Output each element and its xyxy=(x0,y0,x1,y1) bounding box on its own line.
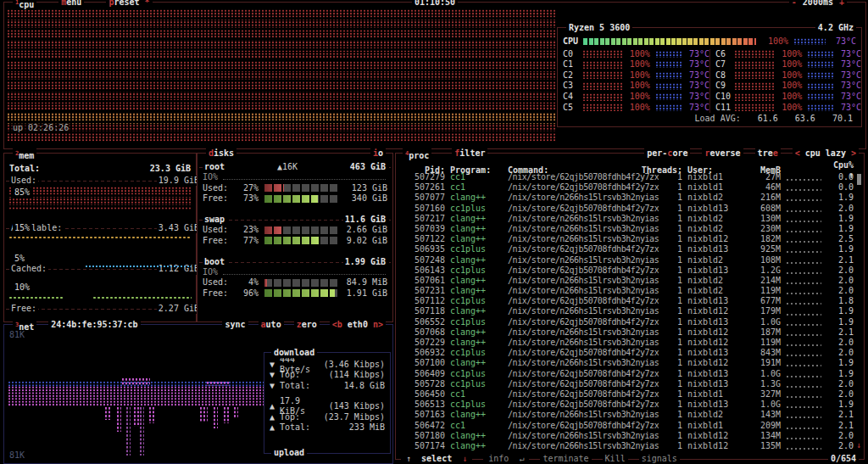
proc-cpu-pct: 2.0 xyxy=(826,338,854,348)
iface-prev-button[interactable]: <b xyxy=(332,320,342,329)
proc-threads: 1 xyxy=(664,317,682,327)
filter-button[interactable]: filter xyxy=(452,148,487,161)
net-graph-spike xyxy=(116,406,121,432)
proc-cpu-graph xyxy=(786,380,821,389)
proc-row[interactable]: 507160cc1plus/nix/store/62qjb50708fdhb4f… xyxy=(401,204,854,214)
proc-program: cc1 xyxy=(450,182,503,193)
mem-free-graph xyxy=(8,295,63,300)
proc-program: clang++ xyxy=(450,410,503,420)
disk-used-row: Used:23%2.66 GiB xyxy=(203,225,387,235)
tab-disks[interactable]: disks xyxy=(206,148,236,159)
interval-increase-button[interactable]: + xyxy=(839,0,844,8)
proc-row[interactable]: 507039clang++/nix/store/n266hs15lrsvb3h2… xyxy=(401,224,854,234)
signals-action[interactable]: signals xyxy=(639,454,680,464)
tree-toggle[interactable]: tree xyxy=(755,148,781,159)
disk-used-value: 2.66 GiB xyxy=(343,225,387,235)
proc-mem: 187M xyxy=(748,327,781,338)
sort-selector[interactable]: < cpu lazy > xyxy=(793,148,859,159)
net-mac-address: 24:4b:fe:95:37:cb xyxy=(48,320,140,333)
core-temp-graph xyxy=(807,61,835,68)
proc-program: cc1 xyxy=(450,172,503,182)
proc-row[interactable]: 506552cc1plus/nix/store/62qjb50708fdhb4f… xyxy=(401,317,854,327)
proc-user: nixbld13 xyxy=(687,296,743,306)
proc-user: nixbld2 xyxy=(687,276,743,286)
tree-hotkey: e xyxy=(773,148,778,158)
proc-row[interactable]: 507077clang++/nix/store/n266hs15lrsvb3h2… xyxy=(401,193,854,203)
proc-cpu-pct: 2.0 xyxy=(826,204,854,214)
proc-threads: 1 xyxy=(664,224,682,234)
terminate-action[interactable]: terminate xyxy=(540,454,591,464)
tab-mem[interactable]: 2mem xyxy=(13,148,36,161)
proc-row[interactable]: 507248clang++/nix/store/n266hs15lrsvb3h2… xyxy=(401,255,854,266)
proc-row[interactable]: 506450cc1/nix/store/62qjb50708fdhb4f2y7z… xyxy=(401,389,854,400)
proc-cpu-pct: 1.9 xyxy=(826,306,854,316)
proc-row[interactable]: 507112cc1plus/nix/store/62qjb50708fdhb4f… xyxy=(401,296,854,306)
proc-row[interactable]: 505728cc1plus/nix/store/62qjb50708fdhb4f… xyxy=(401,379,854,389)
kill-action[interactable]: Kill xyxy=(603,454,628,464)
mem-total-row: Total: 23.3 GiB xyxy=(9,164,191,174)
proc-row[interactable]: 506409cc1plus/nix/store/62qjb50708fdhb4f… xyxy=(401,369,854,379)
menu-button[interactable]: menu xyxy=(58,0,84,10)
net-auto-button[interactable]: auto xyxy=(259,320,284,330)
proc-user: nixbld2 xyxy=(687,286,743,296)
core-usage-graph xyxy=(582,61,624,69)
proc-row[interactable]: 507174clang++/nix/store/n266hs15lrsvb3h2… xyxy=(401,441,854,451)
proc-scrollbar-thumb[interactable] xyxy=(857,174,861,185)
proc-cpu-pct: 1.9 xyxy=(826,224,854,234)
scroll-down-icon[interactable]: ↓ xyxy=(856,440,861,450)
proc-mem: 135M xyxy=(748,441,781,451)
proc-row[interactable]: 506143cc1plus/nix/store/62qjb50708fdhb4f… xyxy=(401,266,854,276)
io-mode-button[interactable]: io xyxy=(370,148,386,159)
proc-row[interactable]: 506472cc1/nix/store/62qjb50708fdhb4f2y7z… xyxy=(401,421,854,431)
select-action[interactable]: ↑ select ↓ xyxy=(401,454,472,464)
proc-command: /nix/store/62qjb50708fdhb4f2y7zxyqr1af xyxy=(508,369,659,379)
proc-cpu-pct: 1.9 xyxy=(826,400,854,410)
proc-command: /nix/store/n266hs15lrsvb3h2nyiasj0gyxz xyxy=(508,410,659,420)
proc-row[interactable]: 506932cc1plus/nix/store/62qjb50708fdhb4f… xyxy=(401,348,854,358)
cpu-core-panel: Ryzen 5 3600 4.2 GHz CPU 100% 73°C C0100… xyxy=(557,27,862,127)
proc-row[interactable]: 507231clang++/nix/store/n266hs15lrsvb3h2… xyxy=(401,286,854,296)
proc-row[interactable]: 507217clang++/nix/store/n266hs15lrsvb3h2… xyxy=(401,214,854,224)
proc-row[interactable]: 507180clang++/nix/store/n266hs15lrsvb3h2… xyxy=(401,431,854,441)
core-usage: 100% xyxy=(779,92,803,102)
proc-row[interactable]: 506935cc1plus/nix/store/62qjb50708fdhb4f… xyxy=(401,244,854,254)
net-zero-button[interactable]: zero xyxy=(294,320,320,330)
proc-row[interactable]: 507068clang++/nix/store/n266hs15lrsvb3h2… xyxy=(401,327,854,338)
proc-command: /nix/store/n266hs15lrsvb3h2nyiasj0gyxz xyxy=(508,193,659,203)
sort-prev-button[interactable]: < xyxy=(795,148,800,158)
core-name: C6 xyxy=(715,49,734,59)
proc-row[interactable]: 507061clang++/nix/store/n266hs15lrsvb3h2… xyxy=(401,276,854,286)
proc-threads: 1 xyxy=(664,306,682,316)
preset-button[interactable]: preset * xyxy=(106,0,152,10)
iface-next-button[interactable]: n> xyxy=(373,320,383,329)
tab-proc-label: proc xyxy=(409,151,429,160)
proc-footer: ↑ select ↓ info ↵ terminate Kill signals… xyxy=(401,454,859,464)
net-sync-button[interactable]: sync xyxy=(222,320,248,330)
proc-row[interactable]: 507163clang++/nix/store/n266hs15lrsvb3h2… xyxy=(401,410,854,420)
info-action[interactable]: info ↵ xyxy=(483,454,529,464)
proc-pid: 506513 xyxy=(401,400,445,410)
sort-next-button[interactable]: > xyxy=(851,148,856,158)
proc-row[interactable]: 507261cc1/nix/store/62qjb50708fdhb4f2y7z… xyxy=(401,182,854,193)
reverse-toggle[interactable]: reverse xyxy=(702,148,743,159)
per-core-toggle[interactable]: per-core xyxy=(644,148,690,159)
proc-row[interactable]: 507100clang++/nix/store/n266hs15lrsvb3h2… xyxy=(401,358,854,368)
proc-row[interactable]: 507118clang++/nix/store/n266hs15lrsvb3h2… xyxy=(401,306,854,316)
disk-activity: ▲16K xyxy=(226,162,348,172)
proc-user: nixbld12 xyxy=(687,306,743,316)
proc-row[interactable]: 506513cc1plus/nix/store/62qjb50708fdhb4f… xyxy=(401,400,854,410)
proc-row[interactable]: 507279cc1/nix/store/62qjb50708fdhb4f2y7z… xyxy=(401,172,854,182)
core-temp-graph xyxy=(655,72,683,79)
core-usage: 100% xyxy=(779,81,803,91)
proc-pid: 507248 xyxy=(401,255,445,266)
proc-threads: 1 xyxy=(664,286,682,296)
load-avg-5m: 63.6 xyxy=(795,114,815,124)
interval-decrease-button[interactable]: - xyxy=(792,0,797,8)
proc-row[interactable]: 507122clang++/nix/store/n266hs15lrsvb3h2… xyxy=(401,234,854,244)
disk-free-label: Free: xyxy=(203,236,235,246)
core-usage: 100% xyxy=(626,81,650,91)
tab-proc[interactable]: 4proc xyxy=(403,148,431,161)
net-interface-selector[interactable]: <b eth0 n> xyxy=(330,320,386,330)
tab-cpu[interactable]: 1cpu xyxy=(13,0,36,10)
proc-row[interactable]: 507229clang++/nix/store/n266hs15lrsvb3h2… xyxy=(401,338,854,348)
